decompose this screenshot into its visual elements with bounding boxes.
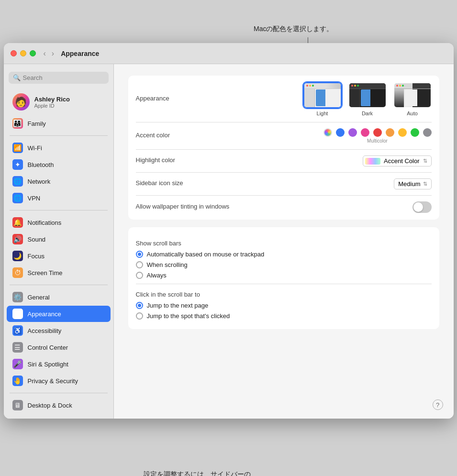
sidebar-item-label: Bluetooth xyxy=(28,161,54,168)
accent-red[interactable] xyxy=(373,128,382,137)
light-label: Light xyxy=(317,111,328,116)
click-spot-label: Jump to the spot that's clicked xyxy=(147,312,230,320)
sidebar-item-label: Siri & Spotlight xyxy=(28,361,68,368)
user-name: Ashley Rico xyxy=(34,96,70,103)
accent-pink[interactable] xyxy=(361,128,369,137)
wallpaper-tinting-row: Allow wallpaper tinting in windows xyxy=(136,196,432,219)
sidebar-item-bluetooth[interactable]: ✦ Bluetooth xyxy=(7,156,111,173)
sidebar-item-accessibility[interactable]: ♿ Accessibility xyxy=(7,322,111,339)
search-box[interactable]: 🔍 xyxy=(9,72,109,84)
scroll-scrolling-option[interactable]: When scrolling xyxy=(136,261,432,268)
appearance-block: Appearance xyxy=(128,76,439,220)
sidebar-item-label: Family xyxy=(28,120,46,127)
wallpaper-tinting-toggle[interactable] xyxy=(412,201,432,213)
titlebar: ‹ › Appearance xyxy=(4,43,454,64)
accent-orange[interactable] xyxy=(386,128,394,137)
sidebar-item-focus[interactable]: 🌙 Focus xyxy=(7,248,111,264)
user-sub: Apple ID xyxy=(34,103,70,109)
appearance-label: Appearance xyxy=(136,95,227,102)
accent-purple[interactable] xyxy=(348,128,357,137)
appearance-option-light[interactable]: Light xyxy=(303,82,342,116)
general-icon: ⚙️ xyxy=(12,292,23,302)
sidebar: 🔍 🧑 Ashley Rico Apple ID 👨‍👩‍👧 Family xyxy=(4,64,114,419)
sidebar-item-general[interactable]: ⚙️ General xyxy=(7,289,111,305)
accent-color-options xyxy=(323,128,432,137)
scroll-auto-label: Automatically based on mouse or trackpad xyxy=(147,251,265,258)
scroll-scrolling-radio xyxy=(136,261,143,268)
sidebar-item-label: Control Center xyxy=(28,344,68,351)
search-input[interactable] xyxy=(23,74,104,81)
sidebar-separator-3 xyxy=(10,285,108,285)
forward-button[interactable]: › xyxy=(50,48,56,59)
sidebar-item-label: Desktop & Dock xyxy=(28,402,72,409)
appearance-option-dark[interactable]: Dark xyxy=(348,82,387,116)
family-icon: 👨‍👩‍👧 xyxy=(12,118,23,129)
close-button[interactable] xyxy=(11,50,17,56)
scroll-bars-title: Show scroll bars xyxy=(136,240,432,247)
click-next-option[interactable]: Jump to the next page xyxy=(136,302,432,309)
accent-graphite[interactable] xyxy=(423,128,432,137)
scroll-auto-radio xyxy=(136,251,143,258)
appearance-options: Light xyxy=(303,82,432,116)
appearance-row: Appearance xyxy=(136,77,432,122)
accent-multicolor[interactable] xyxy=(323,128,332,137)
avatar: 🧑 xyxy=(12,93,30,111)
sidebar-separator-1 xyxy=(10,135,108,136)
scroll-scrolling-label: When scrolling xyxy=(147,261,188,268)
toggle-knob xyxy=(413,202,423,212)
accent-yellow[interactable] xyxy=(398,128,407,137)
sidebar-item-label: Screen Time xyxy=(28,269,63,277)
appearance-icon: ◉ xyxy=(12,309,23,319)
traffic-lights xyxy=(11,50,36,56)
window-title: Appearance xyxy=(61,50,99,57)
highlight-swatch xyxy=(365,158,380,165)
highlight-color-row: Highlight color Accent Color ⇅ xyxy=(136,150,432,173)
scroll-section-divider xyxy=(136,284,432,284)
sidebar-item-controlcenter[interactable]: ☰ Control Center xyxy=(7,339,111,355)
accent-color-row: Accent color xyxy=(136,122,432,150)
accent-blue[interactable] xyxy=(336,128,345,137)
click-spot-option[interactable]: Jump to the spot that's clicked xyxy=(136,312,432,320)
maximize-button[interactable] xyxy=(30,50,36,56)
sidebar-item-notifications[interactable]: 🔔 Notifications xyxy=(7,214,111,231)
bluetooth-icon: ✦ xyxy=(12,159,23,170)
minimize-button[interactable] xyxy=(20,50,26,56)
appearance-option-auto[interactable]: Auto xyxy=(393,82,432,116)
search-icon: 🔍 xyxy=(13,74,21,81)
sidebar-item-sound[interactable]: 🔊 Sound xyxy=(7,231,111,247)
user-profile-item[interactable]: 🧑 Ashley Rico Apple ID xyxy=(7,89,111,114)
sidebar-item-desktop[interactable]: 🖥 Desktop & Dock xyxy=(7,397,111,413)
sidebar-separator-2 xyxy=(10,210,108,210)
highlight-color-value: Accent Color xyxy=(384,157,419,165)
scroll-always-option[interactable]: Always xyxy=(136,272,432,279)
sidebar-item-label: Privacy & Security xyxy=(28,377,78,385)
back-button[interactable]: ‹ xyxy=(42,48,48,59)
sidebar-item-vpn[interactable]: 🌐 VPN xyxy=(7,190,111,206)
sidebar-item-family[interactable]: 👨‍👩‍👧 Family xyxy=(7,115,111,132)
sidebar-icon-size-dropdown[interactable]: Medium ⇅ xyxy=(394,178,431,189)
sidebar-item-privacy[interactable]: 🤚 Privacy & Security xyxy=(7,373,111,389)
sidebar-item-network[interactable]: 🌐 Network xyxy=(7,173,111,189)
accent-green[interactable] xyxy=(411,128,419,137)
dark-label: Dark xyxy=(362,111,373,116)
help-button[interactable]: ? xyxy=(433,399,443,410)
sidebar-item-screentime[interactable]: ⏱ Screen Time xyxy=(7,265,111,281)
highlight-color-dropdown[interactable]: Accent Color ⇅ xyxy=(363,155,431,166)
main-panel: Appearance xyxy=(114,64,454,419)
sidebar-item-wifi[interactable]: 📶 Wi-Fi xyxy=(7,140,111,156)
screentime-icon: ⏱ xyxy=(12,267,23,278)
privacy-icon: 🤚 xyxy=(12,376,23,386)
sidebar-item-label: General xyxy=(28,294,50,301)
accent-color-label: Accent color xyxy=(136,132,227,139)
scroll-always-radio xyxy=(136,272,143,279)
light-thumb xyxy=(303,82,342,108)
sidebar-item-siri[interactable]: 🎤 Siri & Spotlight xyxy=(7,356,111,372)
auto-label: Auto xyxy=(407,111,418,116)
vpn-icon: 🌐 xyxy=(12,193,23,203)
sidebar-item-appearance[interactable]: ◉ Appearance xyxy=(7,306,111,322)
nav-buttons: ‹ › xyxy=(42,48,56,59)
controlcenter-icon: ☰ xyxy=(12,342,23,353)
sidebar-item-label: Focus xyxy=(28,253,45,260)
notifications-icon: 🔔 xyxy=(12,217,23,228)
scroll-auto-option[interactable]: Automatically based on mouse or trackpad xyxy=(136,251,432,258)
